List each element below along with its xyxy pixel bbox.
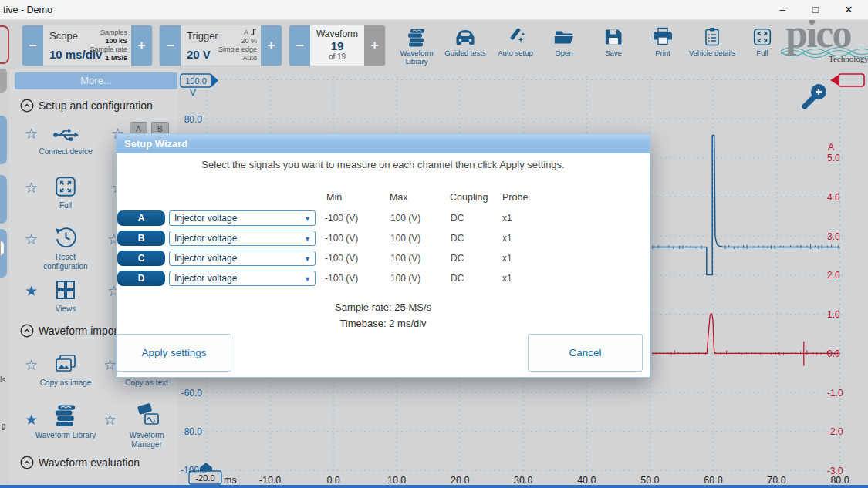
channel-a-button[interactable]: A xyxy=(117,210,165,226)
scope-panel-body[interactable]: Scope 10 ms/div Samples 100 kS Sample ra… xyxy=(43,25,131,66)
titlebar: tive - Demo – □ ✕ xyxy=(0,0,868,20)
close-button[interactable]: ✕ xyxy=(836,0,862,20)
waveform-number: 19 xyxy=(310,39,364,52)
cropped-label-fragment: g xyxy=(2,422,6,430)
sidebar-item-connect-device[interactable]: Connect device xyxy=(33,116,98,156)
save-button[interactable]: Save xyxy=(588,25,639,68)
chevron-up-circle-icon xyxy=(20,324,34,338)
waveform-previous-button[interactable]: − xyxy=(289,25,310,66)
signal-select-a[interactable]: Injector voltage▼ xyxy=(169,210,316,226)
rising-edge-icon xyxy=(250,29,257,35)
svg-text:0.0: 0.0 xyxy=(827,348,840,359)
chevron-down-icon: ▼ xyxy=(304,212,311,226)
guided-tests-icon xyxy=(440,25,491,49)
chevron-up-circle-icon xyxy=(20,456,34,469)
column-min: Min xyxy=(326,192,342,203)
waveform-library-icon xyxy=(391,25,442,49)
apply-settings-button[interactable]: Apply settings xyxy=(117,334,231,372)
copy-image-icon xyxy=(33,347,98,376)
waveform-panel: − Waveform 19 of 19 + xyxy=(289,25,386,66)
sidebar-item-copy-as-image[interactable]: Copy as image xyxy=(33,347,98,388)
sidebar-item-views[interactable]: Views xyxy=(33,273,98,314)
scope-decrease-button[interactable]: − xyxy=(22,25,43,66)
coupling-value: DC xyxy=(451,233,464,244)
sample-rate-summary: Sample rate: 25 MS/s xyxy=(117,301,650,313)
cropped-tab[interactable] xyxy=(0,116,7,164)
sidebar-item-full[interactable]: Full xyxy=(33,170,98,210)
section-waveform-import[interactable]: Waveform import xyxy=(20,324,120,338)
section-waveform-evaluation[interactable]: Waveform evaluation xyxy=(20,456,140,469)
svg-text:4.0: 4.0 xyxy=(827,192,840,203)
vehicle-details-button[interactable]: Vehicle details xyxy=(687,25,738,68)
chevron-down-icon: ▼ xyxy=(304,232,311,246)
vehicle-details-icon xyxy=(687,25,738,49)
trigger-decrease-button[interactable]: − xyxy=(160,25,181,66)
svg-text:-1.0: -1.0 xyxy=(827,388,843,399)
dialog-title[interactable]: Setup Wizard xyxy=(117,134,650,153)
max-value: 100 (V) xyxy=(390,233,420,244)
channel-row-a: A Injector voltage▼ -100 (V) 100 (V) DC … xyxy=(117,210,650,226)
more-button[interactable]: More... xyxy=(15,72,177,89)
full-expand-icon xyxy=(33,170,98,199)
svg-text:50.0: 50.0 xyxy=(640,475,659,486)
svg-text:-60.0: -60.0 xyxy=(181,388,203,399)
channel-d-button[interactable]: D xyxy=(117,271,165,286)
chevron-up-circle-icon xyxy=(20,99,34,113)
pico-technology-logo: pico Technology xyxy=(781,20,868,68)
chevron-down-icon: ▼ xyxy=(304,272,311,286)
column-coupling: Coupling xyxy=(450,192,488,203)
cropped-tab[interactable] xyxy=(0,68,7,93)
svg-text:-2.0: -2.0 xyxy=(827,426,843,437)
minimize-button[interactable]: – xyxy=(769,0,795,20)
window-title: tive - Demo xyxy=(3,5,52,15)
svg-text:10.0: 10.0 xyxy=(387,475,406,486)
channel-row-c: C Injector voltage▼ -100 (V) 100 (V) DC … xyxy=(117,251,650,266)
scope-increase-button[interactable]: + xyxy=(131,25,152,66)
waveform-next-button[interactable]: + xyxy=(364,25,385,66)
auto-setup-icon xyxy=(490,25,541,49)
views-grid-icon xyxy=(33,273,98,302)
sidebar-item-reset-configuration[interactable]: Reset configuration xyxy=(33,221,98,271)
channel-row-d: D Injector voltage▼ -100 (V) 100 (V) DC … xyxy=(117,271,650,286)
chevron-down-icon: ▼ xyxy=(304,252,311,266)
auto-setup-button[interactable]: Auto setup xyxy=(490,25,541,68)
cropped-label-fragment: ls xyxy=(0,375,5,384)
window-bottom-border xyxy=(0,485,868,488)
coupling-value: DC xyxy=(451,273,464,284)
channel-b-button[interactable]: B xyxy=(117,231,165,246)
cropped-tab[interactable] xyxy=(0,175,7,224)
open-button[interactable]: Open xyxy=(539,25,589,68)
section-setup-and-configuration[interactable]: Setup and configuration xyxy=(20,99,153,113)
trigger-panel-body[interactable]: Trigger 20 V A 20 % Simple edge Auto xyxy=(181,25,261,66)
waveform-library-button[interactable]: Waveform Library xyxy=(391,25,442,68)
trigger-value: 20 V xyxy=(187,48,211,61)
trigger-increase-button[interactable]: + xyxy=(261,25,282,66)
waveform-library-icon xyxy=(33,399,98,429)
waveform-count: of 19 xyxy=(310,52,364,61)
probe-value: x1 xyxy=(502,253,512,264)
maximize-button[interactable]: □ xyxy=(802,0,829,20)
scope-title: Scope xyxy=(49,30,78,42)
zoom-tool-icon[interactable] xyxy=(805,84,826,106)
guided-tests-button[interactable]: Guided tests xyxy=(440,25,491,68)
signal-select-b[interactable]: Injector voltage▼ xyxy=(169,231,316,246)
trigger-panel: − Trigger 20 V A 20 % Simple edge Auto + xyxy=(159,25,282,66)
channel-c-button[interactable]: C xyxy=(117,251,165,266)
cropped-highlighted-button[interactable] xyxy=(0,25,9,64)
svg-text:5.0: 5.0 xyxy=(827,153,840,163)
min-value: -100 (V) xyxy=(325,273,358,284)
waveform-panel-body: Waveform 19 of 19 xyxy=(310,25,364,66)
sidebar-item-waveform-library[interactable]: Waveform Library xyxy=(33,399,98,440)
trigger-details: A 20 % Simple edge Auto xyxy=(218,29,257,62)
cancel-button[interactable]: Cancel xyxy=(528,334,643,372)
sidebar-item-waveform-manager[interactable]: Waveform Manager xyxy=(114,399,179,449)
waveform-title: Waveform xyxy=(310,29,364,39)
scope-panel: − Scope 10 ms/div Samples 100 kS Sample … xyxy=(22,25,153,66)
cropped-box xyxy=(0,241,5,256)
print-button[interactable]: Print xyxy=(637,25,688,68)
min-value: -100 (V) xyxy=(325,233,358,244)
app-window: tive - Demo – □ ✕ − Scope 10 ms/div Samp… xyxy=(0,0,868,488)
signal-select-c[interactable]: Injector voltage▼ xyxy=(169,251,316,266)
dialog-instruction: Select the signals you want to measure o… xyxy=(117,159,650,170)
signal-select-d[interactable]: Injector voltage▼ xyxy=(169,271,316,286)
